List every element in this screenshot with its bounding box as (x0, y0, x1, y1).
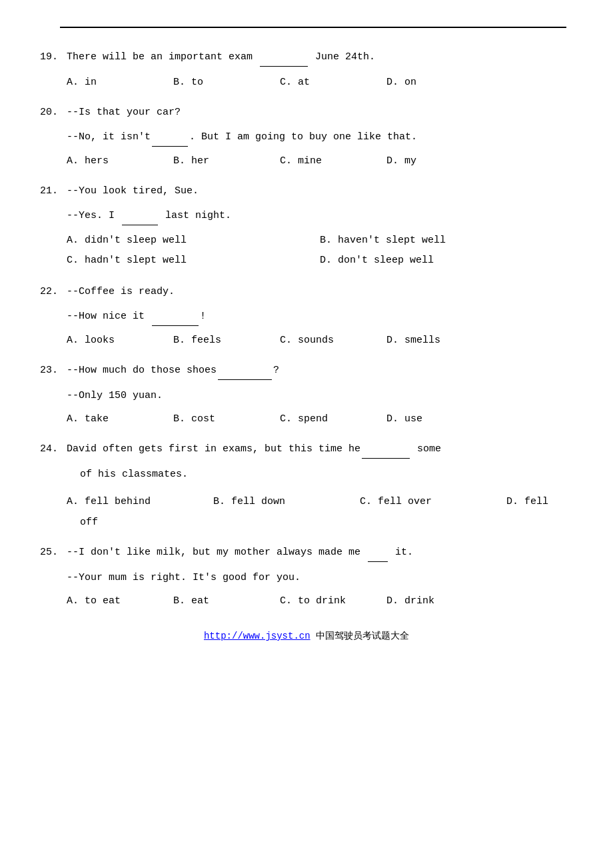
question-21: 21. --You look tired, Sue. --Yes. I last… (40, 182, 573, 271)
question-22: 22. --Coffee is ready. --How nice it ! A… (40, 283, 573, 349)
q20-option-c: C. mine (280, 152, 386, 170)
q21-option-b: B. haven't slept well (320, 231, 573, 251)
q23-number: 23. (40, 361, 67, 379)
question-20-text: 20. --Is that your car? (40, 103, 573, 121)
q20-body: --Is that your car? (67, 103, 573, 121)
q23-option-a: A. take (67, 410, 173, 428)
q20-option-b: B. her (173, 152, 280, 170)
q25-sub: --Your mum is right. It's good for you. (67, 569, 573, 587)
q22-option-c: C. sounds (280, 331, 386, 349)
q24-continuation2: off (80, 513, 573, 531)
q23-options: A. take B. cost C. spend D. use (67, 410, 573, 428)
question-23: 23. --How much do those shoes ? --Only 1… (40, 361, 573, 428)
q24-options: A. fell behind B. fell down C. fell over… (67, 493, 573, 511)
footer-description: 中国驾驶员考试题大全 (316, 631, 409, 641)
q21-sub: --Yes. I last night. (67, 207, 573, 225)
q20-option-a: A. hers (67, 152, 173, 170)
q20-sub: --No, it isn't . But I am going to buy o… (67, 128, 573, 147)
q20-options: A. hers B. her C. mine D. my (67, 152, 573, 170)
q25-option-c: C. to drink (280, 592, 386, 610)
q24-number: 24. (40, 440, 67, 458)
top-divider (60, 27, 566, 28)
q19-option-c: C. at (280, 73, 386, 91)
question-19-text: 19. There will be an important exam June… (40, 48, 573, 67)
q22-options: A. looks B. feels C. sounds D. smells (67, 331, 573, 349)
q23-body: --How much do those shoes ? (67, 361, 573, 380)
footer-link[interactable]: http://www.jsyst.cn (204, 631, 310, 641)
q19-body: There will be an important exam June 24t… (67, 48, 573, 67)
q19-option-a: A. in (67, 73, 173, 91)
question-25: 25. --I don't like milk, but my mother a… (40, 543, 573, 610)
q19-blank (260, 48, 308, 67)
q19-option-d: D. on (386, 73, 493, 91)
q23-option-b: B. cost (173, 410, 280, 428)
q22-option-a: A. looks (67, 331, 173, 349)
q24-blank (362, 440, 410, 459)
q20-number: 20. (40, 103, 67, 121)
q25-number: 25. (40, 543, 67, 561)
q20-blank (152, 128, 188, 147)
q21-blank (122, 207, 158, 225)
question-25-text: 25. --I don't like milk, but my mother a… (40, 543, 573, 562)
page: 19. There will be an important exam June… (0, 0, 613, 868)
q24-option-b: B. fell down (213, 493, 360, 511)
q22-option-d: D. smells (386, 331, 493, 349)
question-20: 20. --Is that your car? --No, it isn't .… (40, 103, 573, 170)
q22-blank (152, 307, 199, 326)
question-24-text: 24. David often gets first in exams, but… (40, 440, 573, 459)
q23-blank (218, 361, 272, 380)
q21-option-c: C. hadn't slept well (67, 251, 320, 271)
q20-option-d: D. my (386, 152, 493, 170)
q24-option-a: A. fell behind (67, 493, 213, 511)
q24-option-d: D. fell (506, 493, 613, 511)
q19-number: 19. (40, 48, 67, 66)
q22-option-b: B. feels (173, 331, 280, 349)
q23-option-c: C. spend (280, 410, 386, 428)
q21-option-d: D. don't sleep well (320, 251, 573, 271)
question-21-text: 21. --You look tired, Sue. (40, 182, 573, 200)
q21-option-a: A. didn't sleep well (67, 231, 320, 251)
q22-sub: --How nice it ! (67, 307, 573, 326)
question-19: 19. There will be an important exam June… (40, 48, 573, 91)
q22-body: --Coffee is ready. (67, 283, 573, 301)
q25-blank (368, 543, 388, 562)
q25-options: A. to eat B. eat C. to drink D. drink (67, 592, 573, 610)
q24-option-c: C. fell over (360, 493, 506, 511)
q25-option-b: B. eat (173, 592, 280, 610)
question-23-text: 23. --How much do those shoes ? (40, 361, 573, 380)
q24-continuation: of his classmates. (80, 465, 573, 483)
footer: http://www.jsyst.cn 中国驾驶员考试题大全 (40, 630, 573, 642)
q25-option-d: D. drink (386, 592, 493, 610)
q21-number: 21. (40, 182, 67, 200)
q19-options: A. in B. to C. at D. on (67, 73, 573, 91)
q23-option-d: D. use (386, 410, 493, 428)
question-24: 24. David often gets first in exams, but… (40, 440, 573, 531)
q22-number: 22. (40, 283, 67, 301)
q25-body: --I don't like milk, but my mother alway… (67, 543, 573, 562)
q21-body: --You look tired, Sue. (67, 182, 573, 200)
q24-body: David often gets first in exams, but thi… (67, 440, 573, 459)
question-22-text: 22. --Coffee is ready. (40, 283, 573, 301)
q19-option-b: B. to (173, 73, 280, 91)
q25-option-a: A. to eat (67, 592, 173, 610)
q21-options: A. didn't sleep well B. haven't slept we… (67, 231, 573, 271)
q23-sub: --Only 150 yuan. (67, 387, 573, 405)
